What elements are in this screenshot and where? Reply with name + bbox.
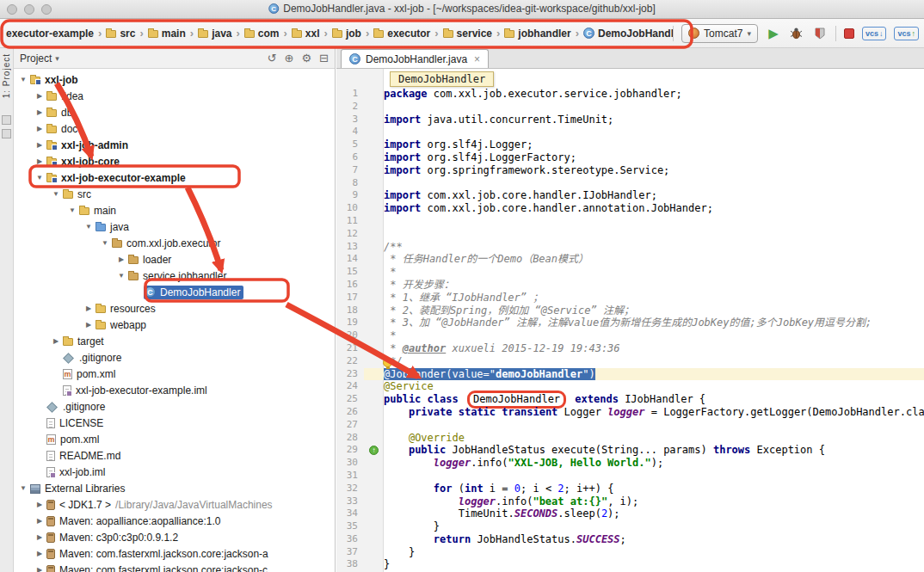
tree-item-loader[interactable]: ▶loader: [14, 251, 335, 268]
tree-toggle-icon[interactable]: ▶: [83, 321, 95, 329]
tree-item-maven-aopalliance-aopalliance-1-0[interactable]: ▶Maven: aopalliance:aopalliance:1.0: [14, 513, 335, 529]
code-line[interactable]: 4: [336, 126, 924, 138]
minimize-window-button[interactable]: [24, 4, 34, 15]
code-line[interactable]: 17 * 1、继承 “IJobHandler” ；: [336, 292, 924, 304]
tree-item-jdk1-7[interactable]: ▶< JDK1.7 > /Library/Java/JavaVirtualMac…: [14, 496, 335, 513]
tool-window-icon[interactable]: [2, 129, 11, 138]
code-line[interactable]: 27: [336, 419, 924, 432]
project-tool-window-button[interactable]: 1: Project: [2, 53, 11, 98]
run-config-select[interactable]: Tomcat7 ▾: [681, 24, 758, 43]
tab-demojobhandler[interactable]: DemoJobHandler.java ×: [341, 49, 489, 68]
tree-item-java[interactable]: ▼java: [14, 218, 335, 235]
tree-item-xxl-job-executor-example[interactable]: ▼xxl-job-executor-example: [14, 169, 335, 186]
close-window-button[interactable]: [7, 4, 17, 15]
code-line[interactable]: 12: [336, 228, 924, 241]
code-line[interactable]: 30 logger.info("XXL-JOB, Hello World.");: [336, 457, 924, 470]
tree-toggle-icon[interactable]: ▶: [50, 337, 62, 345]
tree-item-maven-c3p0-c3p0-0-9-1-2[interactable]: ▶Maven: c3p0:c3p0:0.9.1.2: [14, 529, 335, 545]
breadcrumb-item-java[interactable]: java: [195, 26, 234, 41]
code-line[interactable]: 34 TimeUnit.SECONDS.sleep(2);: [336, 507, 924, 520]
code-line[interactable]: 5import org.slf4j.Logger;: [336, 138, 924, 151]
locate-icon[interactable]: ⊕: [285, 52, 294, 65]
tree-item-maven-com-fasterxml-jackson-core-jackson-a[interactable]: ▶Maven: com.fasterxml.jackson.core:jacks…: [14, 545, 335, 562]
stop-button[interactable]: [844, 28, 854, 39]
code-line[interactable]: 36 return JobHandleStatus.SUCCESS;: [336, 533, 924, 546]
tree-item-xxl-job-admin[interactable]: ▶xxl-job-admin: [14, 137, 335, 153]
tree-toggle-icon[interactable]: ▼: [99, 239, 111, 247]
tree-item-com-xxl-job-executor[interactable]: ▼com.xxl.job.executor: [14, 235, 335, 251]
code-line[interactable]: 7import org.springframework.stereotype.S…: [336, 164, 924, 177]
tree-item-resources[interactable]: ▶resources: [14, 300, 335, 317]
code-line[interactable]: 14 * 任务Handler的一个Demo（Bean模式）: [336, 253, 924, 266]
intention-bulb-icon[interactable]: [383, 358, 392, 367]
tree-toggle-icon[interactable]: ▶: [83, 304, 95, 312]
code-line[interactable]: 18 * 2、装配到Spring，例如加 “@Service” 注解；: [336, 304, 924, 317]
run-button[interactable]: ▶: [766, 26, 781, 41]
code-line[interactable]: 25public class DemoJobHandler extends IJ…: [336, 393, 924, 406]
code-line[interactable]: 29↑ public JobHandleStatus execute(Strin…: [336, 444, 924, 457]
tree-item-license[interactable]: LICENSE: [14, 415, 335, 431]
tree-item-xxl-job[interactable]: ▼xxl-job: [14, 71, 335, 88]
breadcrumb-item-main[interactable]: main: [145, 26, 188, 41]
tree-item-external-libraries[interactable]: ▼External Libraries: [14, 480, 335, 496]
tree-item-idea[interactable]: ▶.idea: [14, 88, 335, 104]
tree-item-demojobhandler[interactable]: DemoJobHandler: [14, 284, 335, 300]
breadcrumb-item-com[interactable]: com: [242, 26, 282, 41]
code-line[interactable]: 28 @Override: [336, 432, 924, 445]
tree-toggle-icon[interactable]: ▶: [34, 533, 46, 541]
code-line[interactable]: 6import org.slf4j.LoggerFactory;: [336, 151, 924, 164]
tree-toggle-icon[interactable]: ▶: [34, 566, 46, 572]
code-line[interactable]: 31: [336, 470, 924, 483]
tree-item-src[interactable]: ▼src: [14, 186, 335, 202]
code-line[interactable]: 33 logger.info("beat at:{}", i);: [336, 495, 924, 508]
tree-toggle-icon[interactable]: ▶: [34, 157, 46, 165]
code-line[interactable]: 15 *: [336, 266, 924, 279]
tree-item-pom-xml[interactable]: pom.xml: [14, 431, 335, 447]
code-line[interactable]: 10import com.xxl.job.core.handler.annota…: [336, 202, 924, 215]
code-line[interactable]: 35 }: [336, 520, 924, 533]
code-line[interactable]: 24@Service: [336, 380, 924, 393]
tree-toggle-icon[interactable]: ▼: [66, 206, 78, 214]
breadcrumb-item-executor-example[interactable]: executor-example: [3, 26, 96, 41]
coverage-button[interactable]: [812, 26, 828, 41]
breadcrumb-item-job[interactable]: job: [330, 26, 364, 41]
tree-toggle-icon[interactable]: ▶: [34, 108, 46, 116]
code-line[interactable]: 32 for (int i = 0; i < 2; i++) {: [336, 483, 924, 495]
tree-toggle-icon[interactable]: ▶: [34, 550, 46, 557]
tree-toggle-icon[interactable]: ▼: [50, 190, 62, 198]
code-line[interactable]: 13/**: [336, 241, 924, 254]
tree-item-gitignore[interactable]: .gitignore: [14, 398, 335, 415]
tree-item-gitignore[interactable]: .gitignore: [14, 349, 335, 366]
tree-toggle-icon[interactable]: ▶: [115, 255, 127, 263]
code-line[interactable]: 37 }: [336, 546, 924, 559]
breadcrumb-item-executor[interactable]: executor: [371, 26, 433, 41]
breadcrumb-item-src[interactable]: src: [103, 26, 138, 41]
tree-item-service-jobhandler[interactable]: ▼service.jobhandler: [14, 268, 335, 284]
code-line[interactable]: 26 private static transient Logger logge…: [336, 406, 924, 419]
code-line[interactable]: 9import com.xxl.job.core.handler.IJobHan…: [336, 189, 924, 202]
code-line[interactable]: 16 * 开发步骤：: [336, 279, 924, 292]
breadcrumb-item-demojobhandler[interactable]: DemoJobHandler: [581, 26, 673, 41]
tree-item-pom-xml[interactable]: pom.xml: [14, 366, 335, 382]
breadcrumb-item-xxl[interactable]: xxl: [289, 26, 323, 41]
tree-toggle-icon[interactable]: ▼: [83, 223, 95, 231]
tree-toggle-icon[interactable]: ▶: [34, 92, 46, 100]
tree-item-xxl-job-core[interactable]: ▶xxl-job-core: [14, 153, 335, 169]
code-line[interactable]: 8: [336, 177, 924, 190]
chevron-down-icon[interactable]: ▾: [55, 54, 59, 63]
override-method-icon[interactable]: ↑: [369, 446, 379, 455]
tree-toggle-icon[interactable]: ▼: [115, 272, 127, 280]
collapse-all-icon[interactable]: ⊟: [319, 52, 329, 65]
tree-item-doc[interactable]: ▶doc: [14, 120, 335, 137]
tree-item-main[interactable]: ▼main: [14, 202, 335, 218]
code-line[interactable]: 20 *: [336, 329, 924, 342]
breadcrumb-item-jobhandler[interactable]: jobhandler: [502, 26, 573, 41]
tool-window-icon[interactable]: [2, 115, 11, 125]
tree-item-target[interactable]: ▶target: [14, 333, 335, 349]
code-line[interactable]: 19 * 3、加 “@JobHander” 注解，注解value值为新增任务生成…: [336, 317, 924, 329]
sync-icon[interactable]: ↺: [268, 52, 277, 65]
breadcrumb-item-service[interactable]: service: [440, 26, 495, 41]
tree-item-db[interactable]: ▶db: [14, 104, 335, 120]
tree-toggle-icon[interactable]: ▶: [34, 501, 46, 508]
code-line[interactable]: 1package com.xxl.job.executor.service.jo…: [336, 88, 924, 101]
